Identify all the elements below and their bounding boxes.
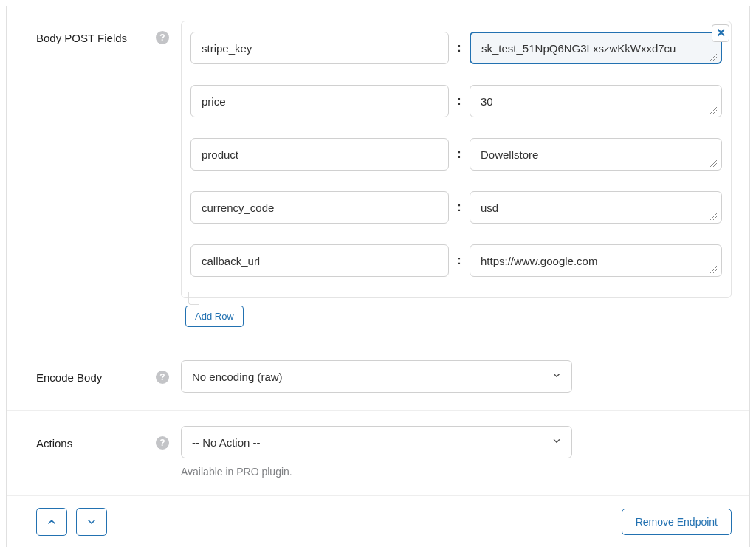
remove-endpoint-button[interactable]: Remove Endpoint bbox=[622, 509, 732, 535]
field-value-input[interactable] bbox=[470, 85, 722, 117]
label-text: Actions bbox=[36, 437, 72, 450]
label-encode-body: Encode Body ? bbox=[36, 360, 169, 384]
actions-select[interactable]: -- No Action -- bbox=[181, 426, 572, 458]
chevron-down-icon bbox=[86, 516, 97, 528]
add-row-button[interactable]: Add Row bbox=[185, 306, 244, 327]
field-value-input[interactable] bbox=[470, 191, 722, 224]
help-icon[interactable]: ? bbox=[156, 436, 169, 450]
help-icon[interactable]: ? bbox=[156, 31, 169, 44]
colon-separator: : bbox=[456, 201, 462, 214]
post-fields-list: :✕:::: bbox=[181, 21, 732, 298]
move-up-button[interactable] bbox=[36, 508, 67, 536]
field-value-input[interactable] bbox=[470, 32, 722, 64]
field-value-wrap bbox=[470, 191, 722, 224]
colon-separator: : bbox=[456, 94, 462, 108]
field-value-wrap bbox=[470, 85, 722, 117]
help-icon[interactable]: ? bbox=[156, 371, 169, 384]
post-field-row: : bbox=[190, 138, 722, 171]
field-value-wrap bbox=[470, 138, 722, 171]
label-text: Encode Body bbox=[36, 371, 102, 384]
section-actions: Actions ? -- No Action -- Available in P… bbox=[7, 411, 749, 496]
endpoint-config-panel: Body POST Fields ? :✕:::: Add Row Encode… bbox=[6, 6, 750, 547]
move-down-button[interactable] bbox=[76, 508, 107, 536]
label-actions: Actions ? bbox=[36, 426, 169, 450]
encode-body-select[interactable]: No encoding (raw) bbox=[181, 360, 572, 393]
post-field-row: : bbox=[190, 85, 722, 117]
field-value-input[interactable] bbox=[470, 244, 722, 277]
label-body-post-fields: Body POST Fields ? bbox=[36, 21, 169, 44]
field-key-input[interactable] bbox=[190, 85, 449, 117]
field-key-input[interactable] bbox=[190, 138, 449, 171]
section-encode-body: Encode Body ? No encoding (raw) bbox=[7, 345, 749, 411]
colon-separator: : bbox=[456, 148, 462, 161]
field-value-wrap: ✕ bbox=[470, 32, 722, 64]
field-key-input[interactable] bbox=[190, 32, 449, 64]
section-body-post-fields: Body POST Fields ? :✕:::: Add Row bbox=[7, 6, 749, 345]
field-key-input[interactable] bbox=[190, 244, 449, 277]
chevron-up-icon bbox=[46, 516, 58, 528]
field-value-wrap bbox=[470, 244, 722, 277]
remove-field-button[interactable]: ✕ bbox=[712, 24, 729, 42]
post-field-row: : bbox=[190, 244, 722, 277]
actions-hint: Available in PRO plugin. bbox=[181, 466, 732, 478]
colon-separator: : bbox=[456, 254, 462, 267]
post-field-row: : bbox=[190, 191, 722, 224]
colon-separator: : bbox=[456, 41, 462, 55]
field-key-input[interactable] bbox=[190, 191, 449, 224]
field-value-input[interactable] bbox=[470, 138, 722, 171]
label-text: Body POST Fields bbox=[36, 32, 127, 44]
post-field-row: :✕ bbox=[190, 32, 722, 64]
panel-footer: Remove Endpoint bbox=[7, 496, 749, 547]
